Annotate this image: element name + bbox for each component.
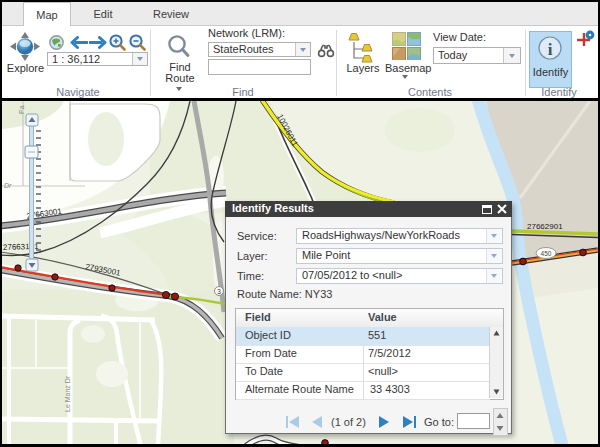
svg-text:Dr: Dr xyxy=(4,182,12,189)
svg-text:450: 450 xyxy=(541,250,552,257)
svg-text:3: 3 xyxy=(217,288,221,295)
svg-text:Pa: Pa xyxy=(18,105,25,114)
svg-text:i: i xyxy=(548,40,553,59)
svg-text:27662901: 27662901 xyxy=(527,222,563,231)
svg-text:Le Manz Dr: Le Manz Dr xyxy=(64,375,71,412)
